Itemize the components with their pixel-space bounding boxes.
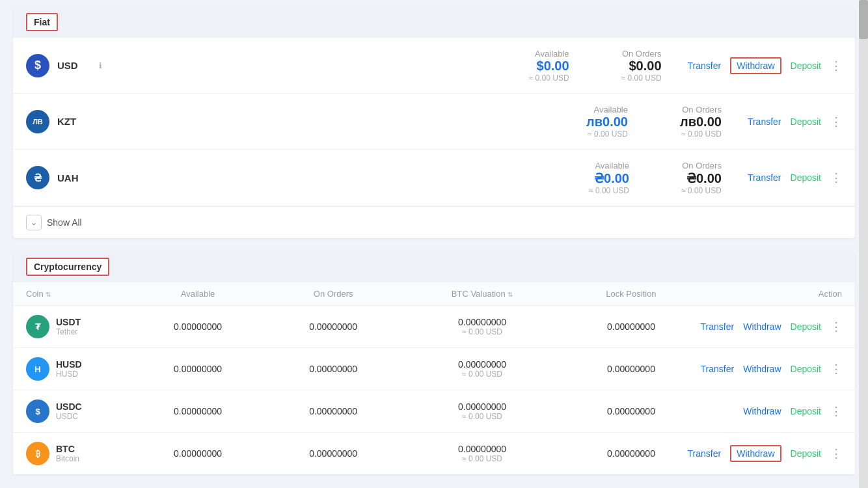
husd-withdraw-button[interactable]: Withdraw: [743, 364, 781, 374]
uah-transfer-button[interactable]: Transfer: [748, 172, 781, 183]
uah-actions: Transfer Deposit ⋮: [748, 172, 842, 183]
kzt-coin-icon: ЛВ: [26, 110, 49, 133]
usd-amounts: Available $0.00 ≈ 0.00 USD On Orders $0.…: [102, 48, 662, 83]
husd-transfer-button[interactable]: Transfer: [701, 364, 735, 374]
btc-deposit-button[interactable]: Deposit: [791, 448, 821, 459]
kzt-available-value: лв0.00: [586, 115, 628, 129]
btc-transfer-button[interactable]: Transfer: [688, 448, 722, 459]
usdt-available: 0.00000000: [130, 321, 265, 332]
uah-more-button[interactable]: ⋮: [830, 172, 842, 183]
husd-name-group: HUSD HUSD: [56, 359, 82, 379]
husd-available: 0.00000000: [130, 364, 265, 374]
usdc-btc-sub: ≈ 0.00 USD: [401, 412, 563, 421]
scrollbar-thumb[interactable]: [859, 0, 868, 39]
usdc-btc-main: 0.00000000: [401, 401, 563, 412]
btc-more-button[interactable]: ⋮: [830, 448, 842, 459]
husd-icon: H: [26, 357, 49, 381]
kzt-transfer-button[interactable]: Transfer: [748, 116, 781, 127]
kzt-available-group: Available лв0.00 ≈ 0.00 USD: [586, 104, 628, 139]
crypto-section-header: Cryptocurrency: [13, 251, 855, 282]
husd-btc-main: 0.00000000: [401, 359, 563, 370]
kzt-actions: Transfer Deposit ⋮: [748, 116, 842, 128]
husd-more-button[interactable]: ⋮: [830, 363, 842, 375]
kzt-available-sub: ≈ 0.00 USD: [586, 129, 628, 139]
usd-available-value: $0.00: [529, 59, 569, 74]
usd-onorders-value: $0.00: [621, 59, 662, 74]
kzt-onorders-sub: ≈ 0.00 USD: [680, 129, 722, 139]
usdc-btc: 0.00000000 ≈ 0.00 USD: [401, 401, 563, 421]
usd-actions: Transfer Withdraw Deposit ⋮: [688, 57, 842, 74]
btc-fullname: Bitcoin: [56, 454, 79, 463]
btc-withdraw-button[interactable]: Withdraw: [730, 445, 781, 462]
crypto-row-usdt: ₮ USDT Tether 0.00000000 0.00000000 0.00…: [13, 306, 855, 348]
fiat-section: Fiat $ USD ℹ Available $0.00 ≈ 0.00 USD …: [13, 7, 855, 238]
usd-onorders-group: On Orders $0.00 ≈ 0.00 USD: [621, 48, 662, 83]
husd-deposit-button[interactable]: Deposit: [791, 364, 821, 374]
btc-btc-sub: ≈ 0.00 USD: [401, 454, 563, 463]
usdt-transfer-button[interactable]: Transfer: [701, 321, 735, 332]
uah-coin-icon: ₴: [26, 166, 49, 189]
uah-onorders-value: ₴0.00: [681, 170, 722, 186]
husd-actions: Transfer Withdraw Deposit ⋮: [699, 363, 842, 375]
kzt-available-label: Available: [593, 105, 628, 115]
fiat-show-all-row[interactable]: ⌄ Show All: [13, 206, 855, 238]
uah-available-sub: ≈ 0.00 USD: [589, 186, 629, 195]
btc-available: 0.00000000: [130, 448, 265, 459]
usd-withdraw-button[interactable]: Withdraw: [730, 57, 781, 74]
uah-amounts: Available ₴0.00 ≈ 0.00 USD On Orders ₴0.…: [96, 160, 722, 195]
kzt-onorders-value: лв0.00: [680, 115, 722, 129]
col-header-lock: Lock Position: [563, 289, 699, 299]
usdt-btc: 0.00000000 ≈ 0.00 USD: [401, 317, 563, 336]
kzt-more-button[interactable]: ⋮: [830, 116, 842, 128]
btc-lock: 0.00000000: [563, 448, 699, 459]
husd-fullname: HUSD: [56, 370, 82, 379]
coin-sort-icon[interactable]: ⇅: [46, 291, 51, 298]
usd-available-label: Available: [535, 49, 569, 59]
fiat-row-kzt: ЛВ KZT Available лв0.00 ≈ 0.00 USD On Or…: [13, 94, 855, 150]
usdt-coin-cell: ₮ USDT Tether: [26, 315, 130, 338]
usdc-available: 0.00000000: [130, 406, 265, 416]
usdt-actions: Transfer Withdraw Deposit ⋮: [699, 321, 842, 332]
usd-more-button[interactable]: ⋮: [830, 60, 842, 72]
chevron-down-icon: ⌄: [26, 215, 42, 230]
uah-onorders-label: On Orders: [682, 161, 722, 170]
usdc-more-button[interactable]: ⋮: [830, 405, 842, 417]
show-all-label: Show All: [47, 217, 82, 228]
uah-deposit-button[interactable]: Deposit: [791, 172, 821, 183]
usdt-fullname: Tether: [56, 327, 81, 336]
kzt-ticker: KZT: [57, 116, 96, 127]
btc-icon: ₿: [26, 442, 49, 465]
usdt-more-button[interactable]: ⋮: [830, 321, 842, 332]
uah-onorders-sub: ≈ 0.00 USD: [681, 186, 722, 195]
uah-available-label: Available: [595, 161, 629, 170]
btc-onorders: 0.00000000: [265, 448, 401, 459]
usdc-onorders: 0.00000000: [265, 406, 401, 416]
fiat-row-uah: ₴ UAH Available ₴0.00 ≈ 0.00 USD On Orde…: [13, 150, 855, 206]
btc-sort-icon[interactable]: ⇅: [508, 291, 513, 298]
usdt-btc-sub: ≈ 0.00 USD: [401, 327, 563, 336]
usd-available-sub: ≈ 0.00 USD: [529, 74, 569, 83]
usdt-deposit-button[interactable]: Deposit: [791, 321, 821, 332]
usdt-icon: ₮: [26, 315, 49, 338]
usdc-withdraw-button[interactable]: Withdraw: [743, 406, 781, 416]
scrollbar[interactable]: [859, 0, 868, 488]
usd-onorders-label: On Orders: [622, 49, 662, 59]
btc-btc: 0.00000000 ≈ 0.00 USD: [401, 444, 563, 463]
btc-ticker: BTC: [56, 444, 79, 454]
btc-actions: Transfer Withdraw Deposit ⋮: [699, 445, 842, 462]
usd-transfer-button[interactable]: Transfer: [688, 61, 722, 71]
col-header-action: Action: [699, 289, 842, 299]
usdt-withdraw-button[interactable]: Withdraw: [743, 321, 781, 332]
usdc-actions: Withdraw Deposit ⋮: [699, 405, 842, 417]
usdc-lock: 0.00000000: [563, 406, 699, 416]
kzt-deposit-button[interactable]: Deposit: [791, 116, 821, 127]
usdc-deposit-button[interactable]: Deposit: [791, 406, 821, 416]
usd-deposit-button[interactable]: Deposit: [791, 61, 821, 71]
kzt-amounts: Available лв0.00 ≈ 0.00 USD On Orders лв…: [96, 104, 722, 139]
fiat-row-usd: $ USD ℹ Available $0.00 ≈ 0.00 USD On Or…: [13, 38, 855, 94]
husd-ticker: HUSD: [56, 359, 82, 370]
btc-name-group: BTC Bitcoin: [56, 444, 79, 463]
col-header-coin: Coin ⇅: [26, 289, 130, 299]
uah-available-group: Available ₴0.00 ≈ 0.00 USD: [589, 160, 629, 195]
fiat-section-label: Fiat: [26, 13, 58, 31]
